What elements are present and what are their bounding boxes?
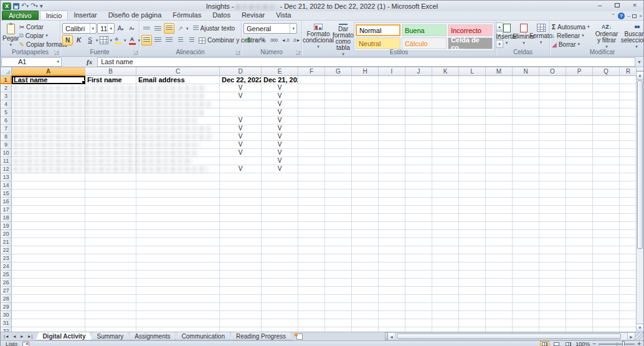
cell-O4[interactable] (539, 100, 566, 108)
cell-B20[interactable] (85, 230, 136, 238)
cell-N21[interactable] (513, 238, 539, 246)
cell-O21[interactable] (539, 238, 566, 246)
cell-P18[interactable] (566, 214, 593, 222)
cell-F26[interactable] (298, 279, 325, 287)
sheet-tab-communication[interactable]: Communication (175, 332, 232, 340)
cell-Q14[interactable] (593, 181, 620, 190)
cell-F7[interactable] (298, 125, 325, 133)
cell-C16[interactable] (136, 198, 220, 206)
cell-F32[interactable] (298, 327, 325, 332)
cell-O16[interactable] (539, 198, 566, 206)
cell-H23[interactable] (352, 254, 379, 262)
cell-I19[interactable] (379, 222, 405, 230)
cell-B17[interactable] (85, 206, 136, 214)
cell-J5[interactable] (405, 108, 432, 117)
help-icon[interactable]: ? (618, 12, 625, 19)
cell-R10[interactable] (620, 149, 637, 157)
cell-Q26[interactable] (593, 279, 620, 287)
cell-O23[interactable] (539, 254, 566, 262)
cell-J29[interactable] (405, 303, 432, 311)
row-header-22[interactable]: 22 (1, 246, 12, 254)
column-header-E[interactable]: E (262, 67, 298, 76)
cell-Q5[interactable] (593, 108, 620, 117)
cell-D16[interactable] (220, 198, 262, 206)
cell-F5[interactable] (298, 108, 325, 117)
cell-N32[interactable] (513, 327, 539, 332)
cell-M18[interactable] (486, 214, 513, 222)
cell-G24[interactable] (325, 262, 352, 271)
cell-K24[interactable] (432, 262, 459, 271)
cell-E25[interactable] (262, 271, 298, 279)
tab-datos[interactable]: Datos (207, 11, 236, 20)
cell-J18[interactable] (405, 214, 432, 222)
cell-Q19[interactable] (593, 222, 620, 230)
workbook-close-icon[interactable]: × (639, 13, 642, 19)
cell-J9[interactable] (405, 141, 432, 149)
minimize-button[interactable]: – (591, 1, 608, 11)
cell-K29[interactable] (432, 303, 459, 311)
cell-I17[interactable] (379, 206, 405, 214)
cell-M5[interactable] (486, 108, 513, 117)
cell-E30[interactable] (262, 311, 298, 319)
cell-J23[interactable] (405, 254, 432, 262)
row-header-12[interactable]: 12 (1, 165, 12, 173)
row-header-27[interactable]: 27 (1, 287, 12, 295)
close-button[interactable]: × (626, 1, 643, 11)
cell-K17[interactable] (432, 206, 459, 214)
next-sheet-icon[interactable]: ► (19, 334, 26, 339)
first-sheet-icon[interactable]: |◄ (2, 334, 11, 339)
cell-H10[interactable] (352, 149, 379, 157)
cell-L7[interactable] (459, 125, 486, 133)
cell-D25[interactable] (220, 271, 262, 279)
cell-F6[interactable] (298, 117, 325, 125)
cell-P16[interactable] (566, 198, 593, 206)
insert-function-icon[interactable]: fx (62, 58, 97, 65)
cell-A1[interactable]: Last name (12, 76, 85, 84)
cell-N18[interactable] (513, 214, 539, 222)
cell-F17[interactable] (298, 206, 325, 214)
cell-B23[interactable] (85, 254, 136, 262)
cell-H17[interactable] (352, 206, 379, 214)
cell-Q12[interactable] (593, 165, 620, 173)
column-header-H[interactable]: H (352, 67, 379, 76)
cell-M2[interactable] (486, 84, 513, 92)
cell-N9[interactable] (513, 141, 539, 149)
cell-K15[interactable] (432, 190, 459, 198)
cell-M20[interactable] (486, 230, 513, 238)
expand-formula-bar-icon[interactable]: ▼ (635, 60, 643, 64)
cell-J3[interactable] (405, 92, 432, 100)
cell-K10[interactable] (432, 149, 459, 157)
cell-Q24[interactable] (593, 262, 620, 271)
cell-M7[interactable] (486, 125, 513, 133)
cell-D18[interactable] (220, 214, 262, 222)
font-family-select[interactable]: Calibri▾ (62, 23, 97, 34)
cell-D7[interactable]: V (220, 125, 262, 133)
row-header-28[interactable]: 28 (1, 295, 12, 303)
cell-D8[interactable]: V (220, 133, 262, 141)
cell-H4[interactable] (352, 100, 379, 108)
cell-J6[interactable] (405, 117, 432, 125)
cell-C25[interactable] (136, 271, 220, 279)
cell-H21[interactable] (352, 238, 379, 246)
cell-E16[interactable] (262, 198, 298, 206)
cell-O26[interactable] (539, 279, 566, 287)
cell-O24[interactable] (539, 262, 566, 271)
cell-J24[interactable] (405, 262, 432, 271)
cell-K3[interactable] (432, 92, 459, 100)
cell-J8[interactable] (405, 133, 432, 141)
cell-L20[interactable] (459, 230, 486, 238)
row-header-4[interactable]: 4 (1, 100, 12, 108)
column-header-A[interactable]: A (12, 67, 85, 76)
cell-P24[interactable] (566, 262, 593, 271)
cell-K16[interactable] (432, 198, 459, 206)
cell-E13[interactable] (262, 173, 298, 181)
cell-D29[interactable] (220, 303, 262, 311)
cell-style-c-lculo[interactable]: Cálculo (402, 37, 447, 49)
cell-J19[interactable] (405, 222, 432, 230)
cell-I11[interactable] (379, 157, 405, 165)
cell-P22[interactable] (566, 246, 593, 254)
cell-P3[interactable] (566, 92, 593, 100)
cell-M30[interactable] (486, 311, 513, 319)
cell-O13[interactable] (539, 173, 566, 181)
cell-N19[interactable] (513, 222, 539, 230)
